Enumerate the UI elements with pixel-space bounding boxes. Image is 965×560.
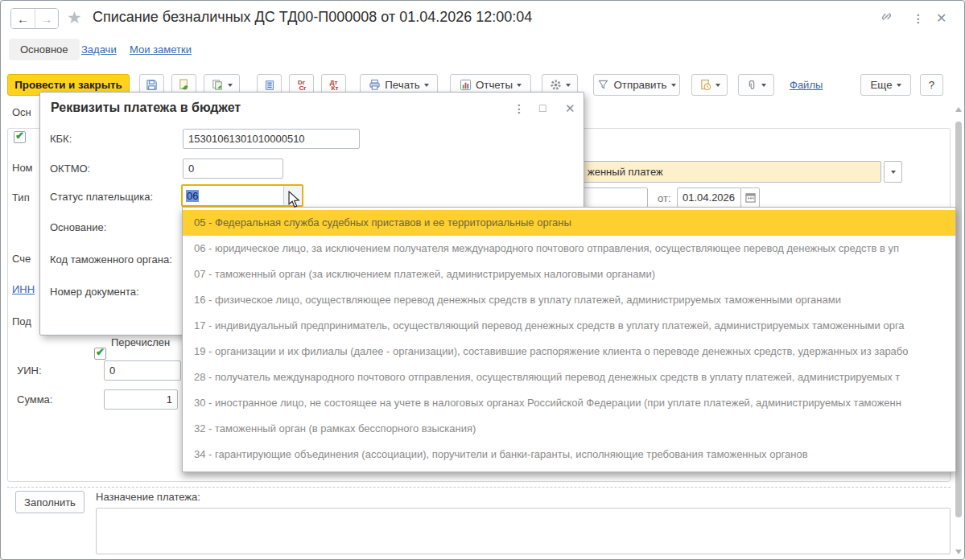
app-window: ← → ★ Списание безналичных ДС ТД00-П0000… xyxy=(0,0,965,560)
payer-status-control[interactable]: 06 ... xyxy=(181,184,303,207)
dialog-menu-icon[interactable]: ⋮ xyxy=(513,102,525,115)
account-label: Сче xyxy=(12,253,31,265)
dropdown-item-label: 34 - гарантирующие объединения (ассоциац… xyxy=(194,448,808,460)
division-label: Под xyxy=(12,315,31,327)
dropdown-item-label: 19 - организации и их филиалы (далее - о… xyxy=(194,345,909,357)
forward-button[interactable]: → xyxy=(35,9,58,28)
payer-status-input[interactable]: 06 xyxy=(183,186,283,205)
payment-type-caret-icon xyxy=(891,171,896,174)
files-link[interactable]: Файлы xyxy=(790,79,823,91)
gear-icon xyxy=(550,79,562,91)
date-value: 01.04.2026 xyxy=(683,191,735,204)
dropdown-item[interactable]: 16 - физическое лицо, осуществляющее пер… xyxy=(183,287,955,313)
transferred-checkbox[interactable]: ✔ xyxy=(94,348,106,360)
scroll-down-icon[interactable] xyxy=(955,550,962,554)
dropdown-item[interactable]: 32 - таможенный орган (в рамках бесспорн… xyxy=(183,416,955,442)
dropdown-item-label: 32 - таможенный орган (в рамках бесспорн… xyxy=(194,422,476,434)
amount-value: 1 xyxy=(167,393,172,406)
dropdown-item-label: 16 - физическое лицо, осуществляющее пер… xyxy=(194,294,841,306)
dropdown-item[interactable]: 05 - Федеральная служба судебных пристав… xyxy=(183,210,955,236)
more-actions-button[interactable]: Еще xyxy=(860,74,911,96)
scrollbar-thumb[interactable] xyxy=(955,121,962,517)
schedule-document-button[interactable] xyxy=(691,74,728,96)
uin-value: 0 xyxy=(109,364,115,377)
oktmo-field[interactable]: 0 xyxy=(183,159,283,179)
number-label: Ном xyxy=(12,162,33,174)
copy-icon xyxy=(212,79,224,91)
tab-tasks[interactable]: Задачи xyxy=(81,43,117,56)
scroll-up-icon[interactable] xyxy=(955,107,962,112)
more-caret-icon xyxy=(897,84,901,87)
date-label: от: xyxy=(658,192,671,204)
structure-icon xyxy=(264,80,275,91)
purpose-textarea[interactable] xyxy=(96,508,951,554)
basis-label: Основание: xyxy=(50,221,106,233)
favorite-star-icon[interactable]: ★ xyxy=(67,8,82,27)
more-label: Еще xyxy=(870,79,892,91)
kbk-field[interactable]: 15301061301010000510 xyxy=(183,129,360,149)
dropdown-item[interactable]: 30 - иностранное лицо, не состоящее на у… xyxy=(183,390,955,416)
more-menu-icon[interactable]: ⋮ xyxy=(913,10,924,27)
link-icon[interactable] xyxy=(880,10,893,23)
tab-main[interactable]: Основное xyxy=(9,39,80,60)
history-nav: ← → xyxy=(10,8,59,29)
dropdown-item[interactable]: 06 - юридическое лицо, за исключением по… xyxy=(183,236,955,261)
bottom-separator xyxy=(7,487,951,488)
reports-label: Отчеты xyxy=(476,79,513,91)
dropdown-item[interactable]: 07 - таможенный орган (за исключением пл… xyxy=(183,261,955,287)
send-label: Отправить xyxy=(613,79,666,91)
payer-status-dropdown: 05 - Федеральная служба судебных пристав… xyxy=(182,207,956,472)
dropdown-item-label: 17 - индивидуальный предприниматель, осу… xyxy=(194,319,905,331)
dropdown-item[interactable]: 17 - индивидуальный предприниматель, осу… xyxy=(183,313,955,339)
inn-link[interactable]: ИНН xyxy=(12,283,35,295)
calendar-button[interactable] xyxy=(740,187,760,208)
payer-status-label: Статус плательщика: xyxy=(50,191,153,203)
uin-field[interactable]: 0 xyxy=(104,360,181,381)
dialog-maximize-icon[interactable]: □ xyxy=(539,101,546,114)
payer-status-value: 06 xyxy=(186,190,199,202)
window-title: Списание безналичных ДС ТД00-П000008 от … xyxy=(93,9,532,26)
document-clock-icon xyxy=(699,79,711,91)
close-window-icon[interactable]: ✕ xyxy=(936,10,946,27)
print-caret-icon xyxy=(424,84,429,87)
payment-type-dropdown-button[interactable] xyxy=(884,161,902,183)
form-checkbox-1[interactable]: ✔ xyxy=(14,131,26,143)
calendar-icon xyxy=(745,192,756,203)
date-field[interactable]: 01.04.2026 xyxy=(677,187,741,208)
tab-my-notes[interactable]: Мои заметки xyxy=(130,43,192,56)
payment-type-field[interactable]: женный платеж xyxy=(564,161,881,183)
kbk-value: 15301061301010000510 xyxy=(188,133,305,145)
dialog-close-icon[interactable]: ✕ xyxy=(565,101,575,116)
printer-icon xyxy=(369,79,381,91)
send-button[interactable]: Отправить xyxy=(593,74,680,96)
dropdown-item[interactable]: 34 - гарантирующие объединения (ассоциац… xyxy=(183,442,955,467)
dropdown-item[interactable]: 19 - организации и их филиалы (далее - о… xyxy=(183,339,955,364)
dropdown-item[interactable]: 28 - получатель международного почтового… xyxy=(183,364,955,390)
oktmo-value: 0 xyxy=(188,163,194,175)
dropdown-item-label: 28 - получатель международного почтового… xyxy=(194,371,900,383)
dropdown-item-label: 30 - иностранное лицо, не состоящее на у… xyxy=(194,397,901,409)
reports-caret-icon xyxy=(517,84,522,87)
payer-status-ellipsis-button[interactable]: ... xyxy=(283,186,302,205)
fill-button[interactable]: Заполнить xyxy=(15,491,85,513)
amount-field[interactable]: 1 xyxy=(104,389,178,410)
dr-cr-icon: DrCr xyxy=(297,80,307,91)
attachments-button[interactable] xyxy=(738,74,774,96)
uin-label: УИН: xyxy=(17,364,42,377)
type-label: Тип xyxy=(12,191,30,204)
post-document-icon xyxy=(178,79,190,91)
dialog-title: Реквизиты платежа в бюджет xyxy=(51,101,241,115)
dropdown-item-label: 06 - юридическое лицо, за исключением по… xyxy=(194,242,899,254)
help-button[interactable]: ? xyxy=(920,74,943,96)
transferred-label: Перечислен xyxy=(111,336,170,348)
paperclip-icon xyxy=(746,80,757,91)
amount-label: Сумма: xyxy=(17,393,52,406)
save-icon xyxy=(146,79,158,91)
oktmo-label: ОКТМО: xyxy=(50,163,90,175)
attachments-caret-icon xyxy=(761,84,766,87)
back-button[interactable]: ← xyxy=(11,9,35,28)
chart-icon xyxy=(460,79,472,91)
dropdown-item-label: 07 - таможенный орган (за исключением пл… xyxy=(194,268,655,280)
dt-kt-icon: ДтКт xyxy=(329,80,339,91)
print-label: Печать xyxy=(385,79,420,91)
